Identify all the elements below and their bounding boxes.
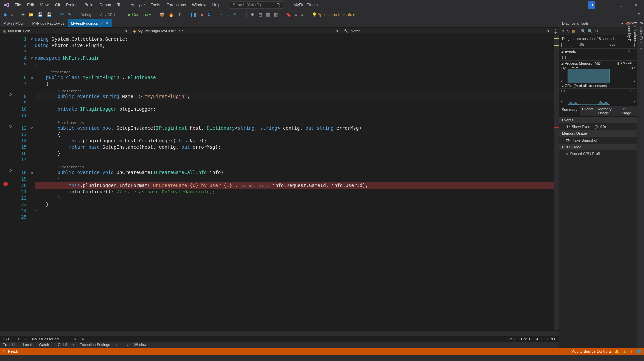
fold-margin[interactable]: ⊟⊟⊟⊟⊟ (30, 35, 35, 330)
redo-icon[interactable]: ↷ (66, 12, 72, 18)
lightbulb-icon[interactable]: ◇ (9, 124, 13, 128)
open-icon[interactable]: 📂 (27, 12, 35, 18)
menu-project[interactable]: Project (63, 1, 81, 9)
minimize-button[interactable]: ─ (600, 1, 613, 9)
nav-icon[interactable]: ≡ (294, 12, 299, 18)
events-section-header[interactable]: ◢Events (559, 49, 637, 54)
cpu-graph[interactable]: 100 100 0 0 (559, 89, 637, 105)
bottom-tab[interactable]: Immediate Window (113, 342, 149, 347)
overview-ruler[interactable] (554, 35, 559, 330)
breakpoint-margin[interactable]: ◇◇◇ (0, 35, 13, 330)
misc-status-icon-2[interactable]: ▼ (630, 349, 633, 353)
earth-icon[interactable]: 🌐 (637, 349, 641, 354)
new-item-icon[interactable]: ✚ (20, 12, 26, 18)
nav-next-icon[interactable]: ► (82, 337, 85, 341)
gear-icon[interactable]: ⚙ (561, 29, 565, 33)
maximize-button[interactable]: ▢ (615, 1, 628, 9)
line-ending[interactable]: CRLF (547, 337, 556, 341)
bottom-tab[interactable]: Exception Settings (77, 342, 113, 347)
notifications-icon[interactable]: 🔔 (615, 349, 619, 354)
nav-project-dropdown[interactable]: ▣ MyFirstPlugin ▾ (0, 28, 130, 34)
reset-view-icon[interactable]: ⟲ (595, 29, 598, 33)
doc-tab[interactable]: MyPluginFactory.cs (29, 19, 68, 27)
diag-tab[interactable]: Memory Usage (596, 106, 618, 116)
nav-back-icon[interactable]: ◉ (2, 12, 8, 18)
add-icon[interactable]: ✚ (554, 31, 557, 34)
view-icon[interactable]: ▦ (273, 12, 279, 18)
lightbulb-icon[interactable]: ◇ (9, 92, 13, 97)
toolbox-icon[interactable]: 📦 (158, 12, 166, 18)
windows-icon[interactable]: ▤ (257, 12, 263, 18)
live-share-icon[interactable]: ⚲ (636, 12, 642, 18)
step-over-icon[interactable]: ↷ (232, 12, 238, 18)
issues-label[interactable]: No issues found (32, 337, 59, 341)
select-tools-icon[interactable]: ▦ (572, 29, 575, 33)
tools-icon[interactable]: ⚙ (249, 12, 256, 18)
bookmark-icon[interactable]: 🔖 (285, 12, 292, 18)
menu-help[interactable]: Help (210, 1, 223, 9)
take-snapshot-button[interactable]: 📷 Take Snapshot (559, 137, 637, 144)
save-all-icon[interactable]: 💾 (45, 12, 53, 18)
restart-icon[interactable]: ↻ (206, 12, 212, 18)
side-tab[interactable]: Solution Explorer (638, 19, 644, 348)
close-button[interactable]: ✕ (629, 1, 643, 9)
continue-button[interactable]: ▶ Continue ▾ (127, 12, 152, 18)
lightbulb-icon[interactable]: ◇ (9, 168, 13, 173)
menu-extensions[interactable]: Extensions (164, 1, 189, 9)
nav-prev-icon[interactable]: ◄ (73, 337, 77, 341)
doc-tab[interactable]: MyFirstPlugin (0, 19, 29, 27)
split-icon[interactable]: ▾ (555, 28, 557, 31)
code-editor[interactable]: using System.Collections.Generic;using P… (35, 35, 554, 330)
pin-icon[interactable]: 📌 (100, 22, 103, 25)
bottom-tab[interactable]: Watch 1 (36, 342, 55, 347)
horizontal-scrollbar[interactable] (0, 330, 559, 336)
diag-tab[interactable]: Summary (559, 106, 580, 116)
target-icon[interactable]: ⊙ (567, 29, 570, 33)
zoom-out-icon[interactable]: 🔍 (588, 29, 593, 33)
bottom-tab[interactable]: Locals (20, 342, 36, 347)
hot-reload-icon[interactable]: 🔥 (167, 12, 175, 18)
breakpoint-icon[interactable] (3, 182, 8, 186)
app-insights-button[interactable]: 💡 Application Insights ▾ (311, 12, 356, 18)
pause-icon[interactable]: ❚❚ (189, 12, 198, 18)
record-cpu-button[interactable]: ○ Record CPU Profile (559, 150, 637, 157)
zoom-in-icon[interactable]: 🔍 (581, 29, 586, 33)
user-avatar[interactable]: H (588, 1, 595, 9)
add-source-control-button[interactable]: ↑ Add to Source Control ▴ (569, 349, 611, 354)
diag-tab[interactable]: Events (580, 106, 596, 116)
undo-icon[interactable]: ↶ (59, 12, 65, 18)
bottom-tab[interactable]: Error List (0, 342, 20, 347)
show-next-icon[interactable]: → (218, 12, 224, 18)
search-input[interactable]: Search (Ctrl+Q) (230, 1, 283, 9)
show-events-button[interactable]: 👁 Show Events (0 of 0) (559, 123, 637, 130)
menu-git[interactable]: Git (52, 1, 63, 9)
memory-graph[interactable]: 430 430 0 0 (559, 66, 637, 83)
menu-view[interactable]: View (37, 1, 51, 9)
menu-build[interactable]: Build (82, 1, 96, 9)
stop-icon[interactable]: ■ (199, 12, 204, 18)
indent-mode[interactable]: SPC (535, 337, 542, 341)
cpu-section-header[interactable]: ◢CPU (% of all processors) (559, 83, 637, 89)
close-tab-icon[interactable]: ✕ (105, 21, 109, 26)
timeline-ruler[interactable]: 10s 20s (559, 42, 637, 49)
step-into-icon[interactable]: ↓ (226, 12, 230, 18)
processes-icon[interactable]: ▥ (265, 12, 271, 18)
save-icon[interactable]: 💾 (36, 12, 44, 18)
misc-status-icon[interactable]: ▲ (623, 349, 626, 353)
nav-class-dropdown[interactable]: ◆ MyFirstPlugin.MyFirstPlugin ▾ (130, 28, 341, 34)
platform-dropdown[interactable]: Any CPU (98, 12, 121, 17)
menu-tools[interactable]: Tools (148, 1, 163, 9)
config-dropdown[interactable]: Debug (78, 12, 96, 17)
nav-member-dropdown[interactable]: 🔧 Name ▾ (341, 28, 552, 34)
nav-fwd-icon[interactable]: ○ (9, 12, 14, 18)
menu-window[interactable]: Window (189, 1, 209, 9)
zoom-level[interactable]: 150 % (3, 337, 13, 341)
dropdown-icon[interactable]: ▾ (621, 22, 623, 25)
memory-section-header[interactable]: ◢Process Memory (MB) ▮ ▼S ●●Pr... (559, 61, 637, 66)
menu-file[interactable]: File (12, 1, 24, 9)
doc-tab[interactable]: MyFirstPlugin.cs📌✕ (68, 19, 112, 27)
nav2-icon[interactable]: ≡ (300, 12, 305, 18)
menu-edit[interactable]: Edit (24, 1, 37, 9)
menu-analyze[interactable]: Analyze (128, 1, 148, 9)
bottom-tab[interactable]: Call Stack (55, 342, 77, 347)
